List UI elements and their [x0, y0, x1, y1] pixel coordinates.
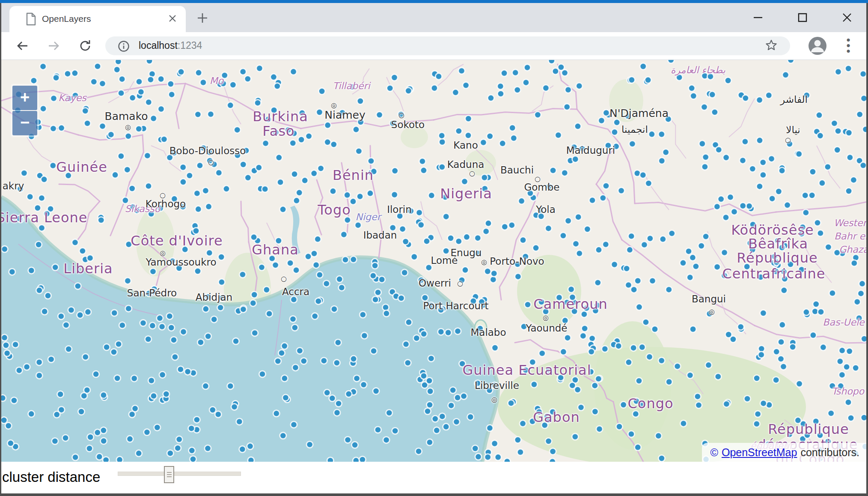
- city-marker-icon: ◎: [491, 395, 497, 403]
- attribution-copyright: ©: [710, 446, 718, 459]
- map-label-country: République: [737, 250, 817, 266]
- tab-openlayers[interactable]: OpenLayers: [9, 6, 186, 32]
- city-marker-icon: ○: [457, 279, 463, 287]
- slider-thumb[interactable]: [164, 466, 174, 483]
- map-label-city: Port Harcourt: [423, 300, 488, 311]
- map-label-city: Sokoto: [391, 119, 425, 130]
- map-label-city: Yola: [536, 204, 556, 215]
- map-label-city: Kano: [453, 140, 478, 151]
- reload-icon[interactable]: [77, 37, 94, 54]
- map-label-country: Bénin: [333, 167, 374, 183]
- map-label-city: Abidjan: [196, 292, 232, 303]
- map-label-waterway: Niger: [355, 212, 380, 222]
- map-label-country: Sierra Leone: [1, 209, 87, 226]
- map-label-city: akry: [3, 180, 24, 191]
- city-marker-icon: ○: [469, 169, 475, 177]
- city-marker-icon: ○: [398, 111, 404, 119]
- map-label-region: Kayes: [58, 93, 86, 103]
- map-label-country: Faso: [262, 123, 294, 139]
- city-marker-icon: ◎: [543, 314, 549, 322]
- map-label-city: Yamoussoukro: [146, 257, 217, 268]
- map-label-city: Yaoundé: [526, 323, 568, 334]
- map-label-city: Gombe: [524, 182, 559, 193]
- map-label-city: Bamako: [104, 110, 148, 123]
- map-label-country: Liberia: [63, 260, 113, 277]
- city-marker-icon: ○: [208, 158, 214, 166]
- map-label-city: Niamey: [324, 109, 366, 121]
- tab-bar: OpenLayers: [1, 3, 866, 32]
- city-marker-icon: ○: [160, 191, 166, 199]
- window-minimize-button[interactable]: [748, 9, 768, 26]
- map-label-country: Côte d'Ivoire: [131, 233, 223, 249]
- window-close-button[interactable]: [837, 9, 857, 26]
- map-label-country: Guinea Ecuatorial: [462, 362, 591, 378]
- map-label-region: Ghazal: [839, 244, 866, 255]
- cluster-distance-slider[interactable]: [118, 462, 241, 493]
- city-marker-icon: ○: [785, 136, 791, 144]
- map-label-city: Maiduguri: [566, 145, 615, 156]
- map-label-city: Bangui: [692, 293, 726, 305]
- back-icon[interactable]: [14, 37, 31, 54]
- url-bar[interactable]: localhost:1234: [105, 36, 790, 55]
- url-text[interactable]: localhost:1234: [139, 40, 202, 51]
- openstreetmap-link[interactable]: OpenStreetMap: [722, 446, 797, 459]
- cluster-control-bar: cluster distance: [1, 462, 866, 493]
- site-info-icon[interactable]: [117, 40, 130, 54]
- cluster-distance-label: cluster distance: [2, 469, 100, 485]
- map-label-city: Ibadan: [363, 230, 397, 241]
- city-marker-icon: ◎: [160, 249, 166, 257]
- map-label-country: Cameroun: [533, 296, 607, 312]
- zoom-out-button[interactable]: −: [12, 111, 37, 135]
- tab-title: OpenLayers: [42, 14, 91, 24]
- window-maximize-button[interactable]: [793, 9, 812, 26]
- map-label-city: Ilorin: [387, 204, 412, 215]
- map-label-city: San-Pédro: [127, 287, 177, 299]
- slider-track[interactable]: [118, 472, 241, 476]
- city-marker-icon: ◎: [481, 258, 487, 266]
- map-label-city: Korhogo: [146, 198, 186, 209]
- map-viewport[interactable]: GuinéeSierra LeoneLiberiaCôte d'IvoireBu…: [1, 60, 866, 462]
- window-accent-strip: [0, 0, 868, 3]
- city-marker-icon: ◎: [331, 101, 337, 109]
- city-marker-icon: ◎: [125, 123, 131, 131]
- map-label-country: Congo: [627, 395, 673, 412]
- map-label-region: Western: [834, 218, 866, 228]
- map-label-city: Porto-Novo: [490, 256, 544, 267]
- map-label-city: Kaduna: [447, 159, 485, 170]
- profile-avatar[interactable]: [808, 36, 827, 57]
- map-label-region: بطحاء العامرة: [671, 65, 725, 75]
- map-attribution: © OpenStreetMap contributors.: [702, 443, 866, 462]
- map-label-country: Centrafricaine: [722, 266, 826, 282]
- map-label-region: Tillabéri: [333, 81, 370, 91]
- browser-menu-icon[interactable]: •••: [842, 37, 855, 54]
- bookmark-star-icon[interactable]: [764, 39, 778, 55]
- map-label-region: Mo: [210, 75, 223, 86]
- city-marker-icon: ○: [281, 275, 287, 283]
- map-zoom-control: + −: [11, 84, 39, 137]
- map-label-city: Owerri: [419, 278, 451, 289]
- map-label-city: الفاشر: [780, 94, 808, 105]
- map-label-region: Bahr el: [834, 231, 866, 242]
- map-label-city: Bauchi: [500, 164, 534, 176]
- attribution-suffix: contributors.: [800, 446, 859, 459]
- map-label-country: Ghana: [252, 242, 299, 258]
- map-label-city: Bobo-Dioulosso: [169, 145, 246, 156]
- url-host: localhost: [139, 40, 178, 51]
- map-label-country: Guinée: [56, 159, 107, 175]
- map-label-country: Togo: [318, 202, 351, 218]
- browser-window: OpenLayers: [0, 0, 868, 496]
- tab-close-icon[interactable]: [167, 14, 178, 25]
- page-favicon-icon: [26, 12, 36, 27]
- map-label-city: N'Djaména: [609, 107, 669, 120]
- map-label-city: Accra: [282, 286, 309, 297]
- map-label-region: Tshopo: [832, 386, 864, 397]
- new-tab-button[interactable]: [195, 12, 210, 27]
- map-label-city: Malabo: [470, 327, 506, 338]
- forward-icon[interactable]: [45, 37, 62, 54]
- map-label-country: République: [768, 421, 849, 437]
- map-label-city: Libreville: [475, 380, 519, 391]
- map-label-city: نيالا: [786, 124, 800, 135]
- map-label-country: Burkina: [253, 108, 308, 125]
- zoom-in-button[interactable]: +: [12, 86, 37, 110]
- city-marker-icon: ◎: [709, 308, 715, 316]
